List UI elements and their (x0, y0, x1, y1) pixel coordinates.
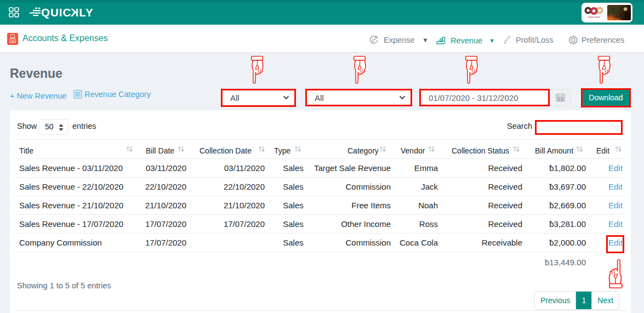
svg-text:K: K (70, 7, 78, 19)
svg-text:$: $ (372, 39, 374, 43)
svg-text:LY: LY (79, 7, 93, 19)
svg-text:QUIC: QUIC (41, 7, 71, 19)
